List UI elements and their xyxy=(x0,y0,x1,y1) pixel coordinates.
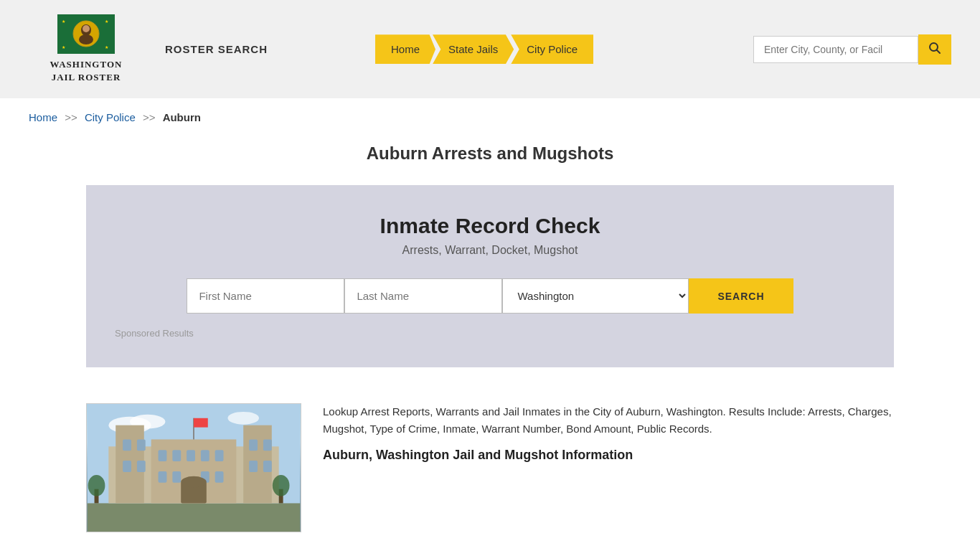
inmate-record-box: Inmate Record Check Arrests, Warrant, Do… xyxy=(86,185,894,367)
main-nav: Home State Jails City Police xyxy=(375,34,593,64)
svg-rect-32 xyxy=(172,471,181,483)
breadcrumb-sep2: >> xyxy=(143,111,156,123)
site-header: ★ ★ ★ ★ WASHINGTON JAIL ROSTER ROSTER SE… xyxy=(0,0,980,98)
logo-title: WASHINGTON JAIL ROSTER xyxy=(50,58,123,84)
search-icon xyxy=(928,42,941,55)
inmate-box-title: Inmate Record Check xyxy=(115,214,865,238)
breadcrumb-home-link[interactable]: Home xyxy=(29,111,57,123)
svg-rect-22 xyxy=(159,451,167,462)
svg-rect-28 xyxy=(263,440,272,451)
first-name-input[interactable] xyxy=(187,278,344,314)
breadcrumb-city-police-link[interactable]: City Police xyxy=(85,111,136,123)
svg-point-14 xyxy=(227,412,259,425)
nav-home-button[interactable]: Home xyxy=(375,34,435,64)
svg-rect-20 xyxy=(123,440,131,451)
svg-rect-27 xyxy=(249,440,258,451)
svg-point-42 xyxy=(273,475,290,496)
header-search xyxy=(753,34,951,65)
svg-rect-44 xyxy=(194,418,208,428)
svg-text:★: ★ xyxy=(62,45,65,50)
svg-rect-26 xyxy=(215,451,224,462)
svg-point-3 xyxy=(79,34,93,44)
svg-line-10 xyxy=(937,50,941,53)
breadcrumb-sep1: >> xyxy=(65,111,77,123)
svg-point-40 xyxy=(88,475,105,496)
svg-point-4 xyxy=(83,25,90,32)
svg-rect-34 xyxy=(215,471,224,483)
svg-point-38 xyxy=(181,476,207,488)
page-title: Auburn Arrests and Mugshots xyxy=(0,143,980,164)
description-section-title: Auburn, Washington Jail and Mugshot Info… xyxy=(323,445,894,466)
search-input[interactable] xyxy=(753,36,918,63)
description-area: Lookup Arrest Reports, Warrants and Jail… xyxy=(323,403,894,473)
svg-rect-21 xyxy=(137,440,146,451)
building-image xyxy=(86,403,301,532)
logo-area: ★ ★ ★ ★ WASHINGTON JAIL ROSTER xyxy=(29,14,143,84)
inmate-search-form: Washington SEARCH xyxy=(115,278,865,314)
svg-rect-24 xyxy=(187,451,195,462)
inmate-box-subtitle: Arrests, Warrant, Docket, Mugshot xyxy=(115,244,865,257)
breadcrumb: Home >> City Police >> Auburn xyxy=(0,98,980,136)
state-select[interactable]: Washington xyxy=(502,278,689,314)
svg-rect-31 xyxy=(159,471,167,483)
nav-city-police-button[interactable]: City Police xyxy=(511,34,593,64)
search-button[interactable] xyxy=(918,34,951,65)
svg-rect-15 xyxy=(88,504,301,532)
building-sketch-icon xyxy=(87,404,301,532)
state-flag-icon: ★ ★ ★ ★ xyxy=(57,14,115,54)
svg-text:★: ★ xyxy=(105,45,108,50)
inmate-search-button[interactable]: SEARCH xyxy=(689,278,793,314)
nav-state-jails-button[interactable]: State Jails xyxy=(433,34,514,64)
svg-rect-30 xyxy=(137,461,146,472)
description-paragraph: Lookup Arrest Reports, Warrants and Jail… xyxy=(323,403,894,438)
svg-rect-29 xyxy=(123,461,131,472)
breadcrumb-current: Auburn xyxy=(163,111,201,123)
svg-rect-23 xyxy=(172,451,181,462)
svg-rect-25 xyxy=(201,451,209,462)
svg-rect-35 xyxy=(249,461,258,472)
last-name-input[interactable] xyxy=(344,278,502,314)
svg-text:★: ★ xyxy=(62,19,65,24)
bottom-section: Lookup Arrest Reports, Warrants and Jail… xyxy=(0,389,980,547)
roster-search-label: ROSTER SEARCH xyxy=(165,43,268,55)
sponsored-label: Sponsored Results xyxy=(115,328,865,339)
svg-text:★: ★ xyxy=(105,19,108,24)
svg-rect-36 xyxy=(263,461,272,472)
